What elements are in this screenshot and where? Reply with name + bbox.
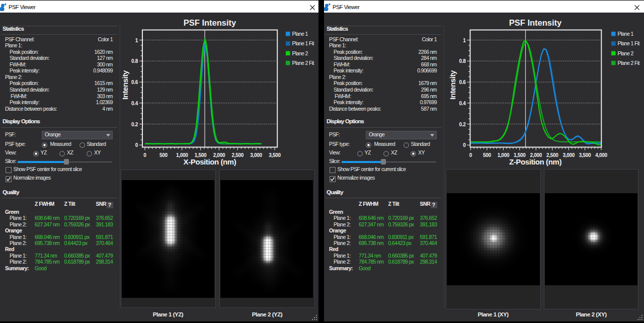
svg-text:3,500: 3,500 (579, 152, 591, 158)
svg-text:Intensity: Intensity (448, 70, 457, 100)
svg-text:Plane 1 Fit: Plane 1 Fit (618, 40, 640, 46)
svg-text:1: 1 (463, 38, 466, 43)
svg-text:0: 0 (469, 152, 472, 158)
svg-text:0.6: 0.6 (459, 79, 466, 85)
svg-text:1,000: 1,000 (498, 152, 510, 158)
svg-text:Plane 1: Plane 1 (618, 31, 634, 37)
svg-text:500: 500 (483, 152, 492, 158)
svg-text:0.4: 0.4 (459, 101, 466, 106)
svg-text:PSF Intensity: PSF Intensity (509, 18, 562, 27)
svg-text:4,000: 4,000 (595, 152, 607, 158)
svg-text:Z-Position (nm): Z-Position (nm) (509, 157, 561, 166)
svg-text:0.2: 0.2 (459, 122, 466, 127)
svg-text:0: 0 (463, 142, 466, 148)
svg-text:0.8: 0.8 (459, 58, 466, 64)
svg-text:3,000: 3,000 (562, 152, 575, 158)
svg-text:Plane 2 Fit: Plane 2 Fit (618, 60, 640, 66)
svg-text:Plane 2: Plane 2 (618, 50, 634, 56)
